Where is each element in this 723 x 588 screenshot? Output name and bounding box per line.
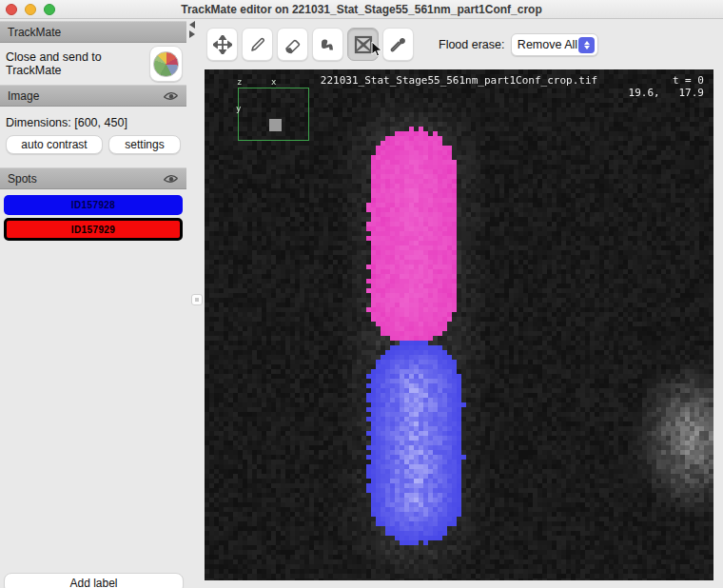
- axis-label-x: x: [271, 77, 276, 87]
- trackmate-logo-icon: [153, 51, 179, 77]
- spots-section-header: Spots: [0, 167, 186, 189]
- close-and-send-row: Close and send to TrackMate: [0, 43, 186, 85]
- split-pane-divider[interactable]: [186, 19, 205, 588]
- flood-erase-tool-button[interactable]: [347, 28, 379, 61]
- spot-label-list: ID157928 ID157929: [0, 189, 186, 241]
- move-icon: [213, 35, 232, 54]
- mouse-cursor-icon: [370, 41, 383, 58]
- image-section-title: Image: [8, 89, 39, 103]
- divider-handle[interactable]: [191, 294, 203, 305]
- spot-label-157929[interactable]: ID157929: [4, 218, 183, 241]
- flood-fill-icon: [319, 35, 338, 54]
- dropdown-stepper-icon: [578, 37, 595, 53]
- window-title: TrackMate editor on 221031_Stat_Stage55_…: [0, 3, 723, 16]
- trackmate-logo-button[interactable]: [149, 46, 183, 82]
- move-tool-button[interactable]: [206, 28, 238, 61]
- image-canvas[interactable]: [205, 69, 713, 580]
- trackmate-section-header: TrackMate: [0, 21, 186, 43]
- collapse-left-arrow-icon[interactable]: [189, 21, 195, 29]
- spots-visibility-toggle[interactable]: [163, 173, 179, 185]
- spot-label-157928[interactable]: ID157928: [4, 195, 183, 215]
- eye-icon: [163, 90, 179, 102]
- zoom-window-button[interactable]: [44, 4, 55, 15]
- eyedropper-icon: [389, 35, 408, 54]
- image-visibility-toggle[interactable]: [163, 90, 179, 102]
- pencil-icon: [248, 35, 267, 54]
- axis-label-y: y: [236, 104, 241, 113]
- title-bar: TrackMate editor on 221031_Stat_Stage55_…: [0, 0, 723, 19]
- timepoint-indicator: t = 0: [673, 74, 704, 87]
- trackmate-panel: TrackMate Close and send to TrackMate Im…: [0, 19, 186, 588]
- cursor-coordinates: 19.6, 17.9: [629, 87, 704, 99]
- flood-fill-tool-button[interactable]: [312, 28, 343, 61]
- eye-icon: [163, 173, 179, 185]
- navigation-overview-box[interactable]: [238, 88, 309, 141]
- add-label-button[interactable]: Add label: [4, 573, 184, 588]
- settings-button[interactable]: settings: [108, 135, 181, 154]
- view-position-indicator[interactable]: [269, 119, 282, 131]
- image-section-header: Image: [0, 85, 186, 107]
- auto-contrast-button[interactable]: auto contrast: [6, 135, 103, 154]
- label-image-viewer[interactable]: 221031_Stat_Stage55_561nm_part1Conf_crop…: [205, 69, 713, 580]
- collapse-right-arrow-icon[interactable]: [189, 30, 195, 38]
- axis-label-z: z: [237, 77, 242, 87]
- close-and-send-label: Close and send to TrackMate: [6, 50, 149, 77]
- flood-erase-dropdown[interactable]: Remove All: [511, 33, 598, 56]
- flood-erase-label: Flood erase:: [439, 38, 504, 51]
- trackmate-section-title: TrackMate: [8, 26, 61, 39]
- eraser-icon: [283, 35, 303, 54]
- spots-section-title: Spots: [8, 172, 37, 186]
- minimize-window-button[interactable]: [25, 4, 36, 15]
- eraser-tool-button[interactable]: [277, 28, 308, 61]
- color-picker-tool-button[interactable]: [382, 28, 414, 61]
- editor-toolbar: Flood erase: Remove All: [205, 19, 723, 69]
- pencil-tool-button[interactable]: [242, 28, 273, 61]
- image-dimensions: Dimensions: [600, 450]: [0, 107, 186, 135]
- close-window-button[interactable]: [6, 4, 17, 15]
- trackmate-editor-window: { "window": { "title": "TrackMate editor…: [0, 0, 723, 588]
- image-filename: 221031_Stat_Stage55_561nm_part1Conf_crop…: [205, 74, 713, 87]
